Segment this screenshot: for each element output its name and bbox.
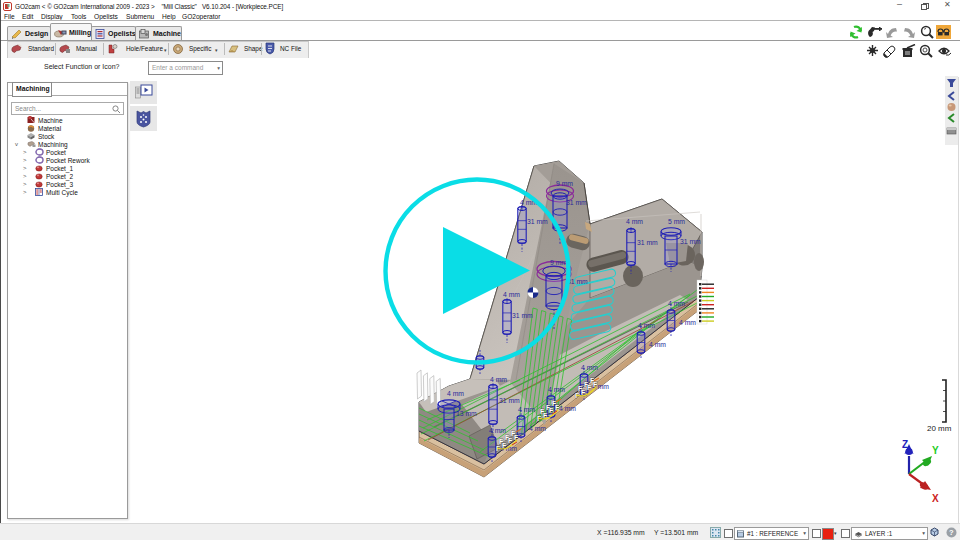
svg-text:31 mm: 31 mm [512,312,533,319]
svg-text:31 mm: 31 mm [680,238,701,245]
svg-text:Y: Y [932,445,939,456]
svg-text:4 mm: 4 mm [626,218,643,225]
svg-text:4 mm: 4 mm [548,386,565,393]
svg-text:F: F [514,434,519,441]
svg-text:13 mm: 13 mm [456,410,477,417]
svg-text:4 mm: 4 mm [581,364,598,371]
svg-text:?: ? [949,528,954,537]
svg-text:X: X [932,493,939,504]
svg-text:5 mm: 5 mm [668,218,685,225]
svg-text:F: F [555,404,560,411]
svg-text:4 mm: 4 mm [559,405,576,412]
svg-text:Z: Z [902,439,908,450]
svg-text:31 mm: 31 mm [566,199,587,206]
svg-text:4 mm: 4 mm [638,322,655,329]
svg-text:F: F [543,412,548,419]
svg-text:4 mm: 4 mm [529,425,546,432]
svg-text:4 mm: 4 mm [489,427,506,434]
svg-text:4 mm: 4 mm [503,291,520,298]
svg-text:31 mm: 31 mm [499,397,520,404]
svg-text:F: F [508,437,513,444]
svg-text:F: F [587,384,592,391]
svg-text:4 mm: 4 mm [518,406,535,413]
svg-text:F: F [581,389,586,396]
svg-text:20 mm: 20 mm [927,424,952,433]
svg-text:F: F [593,381,598,388]
svg-text:4 mm: 4 mm [447,390,464,397]
svg-text:9 mm: 9 mm [550,259,567,266]
svg-text:4 mm: 4 mm [679,319,696,326]
svg-text:9 mm: 9 mm [556,180,573,187]
svg-text:4 mm: 4 mm [668,300,685,307]
svg-text:31 mm: 31 mm [527,218,548,225]
svg-text:31 mm: 31 mm [637,239,658,246]
svg-text:F: F [549,407,554,414]
svg-text:4 mm: 4 mm [649,341,666,348]
svg-text:F: F [502,442,507,449]
svg-text:4 mm: 4 mm [490,376,507,383]
